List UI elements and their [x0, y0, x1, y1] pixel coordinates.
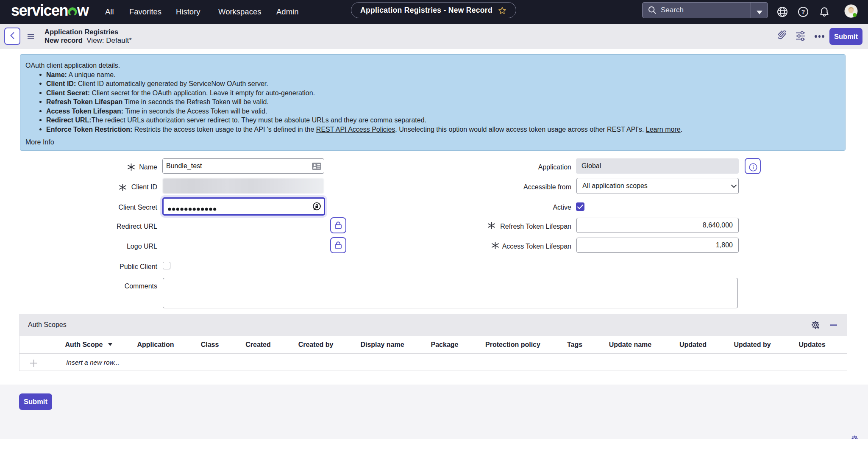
svg-text:?: ? — [801, 8, 805, 15]
